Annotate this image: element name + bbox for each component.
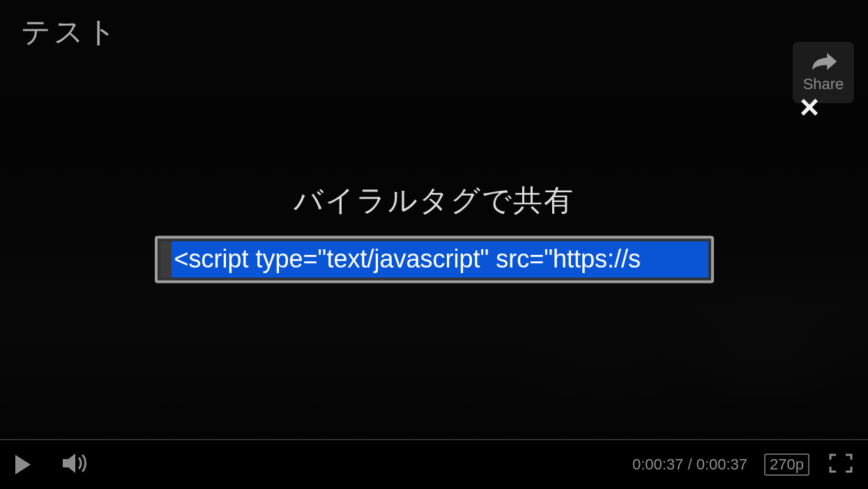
share-panel: バイラルタグで共有 xyxy=(149,181,720,283)
play-icon xyxy=(15,455,31,474)
video-title: テスト xyxy=(21,13,119,52)
close-icon: × xyxy=(800,88,819,125)
close-button[interactable]: × xyxy=(800,91,819,124)
duration: 0:00:37 xyxy=(696,456,747,473)
fullscreen-button[interactable] xyxy=(829,453,853,476)
current-time: 0:00:37 xyxy=(632,456,683,473)
time-separator: / xyxy=(683,456,696,473)
share-panel-heading: バイラルタグで共有 xyxy=(149,181,720,220)
play-button[interactable] xyxy=(15,455,31,474)
embed-box-gutter xyxy=(160,241,172,277)
quality-selector[interactable]: 270p xyxy=(764,453,809,476)
volume-icon xyxy=(61,451,89,478)
volume-button[interactable] xyxy=(61,451,89,478)
quality-label: 270p xyxy=(770,456,804,473)
player-controls: 0:00:37 / 0:00:37 270p xyxy=(0,439,868,489)
share-icon xyxy=(809,52,838,77)
embed-code-input[interactable] xyxy=(172,241,708,277)
video-player: テスト Share × バイラルタグで共有 0:00:37 / 0:00:3 xyxy=(0,0,868,489)
embed-code-box xyxy=(155,235,714,283)
fullscreen-icon xyxy=(829,463,853,475)
time-display: 0:00:37 / 0:00:37 xyxy=(632,456,747,474)
